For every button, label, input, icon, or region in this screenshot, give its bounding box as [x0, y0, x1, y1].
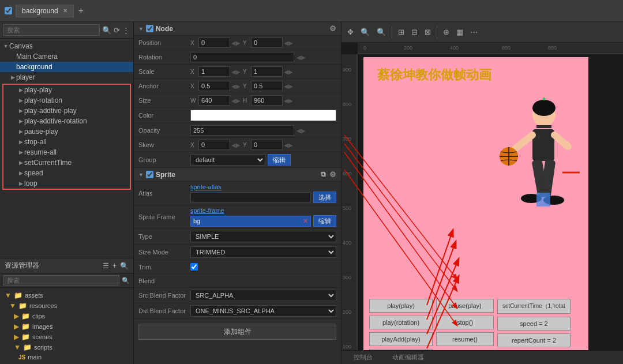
anchor-button[interactable]: ⊕ [441, 27, 452, 37]
size-w-input[interactable] [198, 95, 230, 106]
tree-item-label: Canvas [9, 42, 131, 50]
more-tools-button[interactable]: ⋯ [468, 27, 480, 37]
tab-animation-editor[interactable]: 动画编辑器 [385, 351, 431, 363]
color-label: Color [138, 112, 190, 119]
highlighted-group: ▶ play-play ▶ play-rotation ▶ play-addti… [2, 84, 131, 190]
asset-item-label: main [28, 354, 42, 361]
gear-icon[interactable]: ⚙ [329, 24, 336, 33]
sprite-copy-icon[interactable]: ⧉ [321, 170, 326, 179]
skew-x-input[interactable] [198, 140, 230, 150]
layout-button[interactable]: ▦ [454, 27, 466, 37]
hierarchy-search-input[interactable] [3, 24, 100, 36]
size-label: Size [138, 97, 190, 104]
tree-item-setCurrentTime[interactable]: ▶ setCurrentTime [3, 157, 130, 168]
asset-item-main[interactable]: JS main [0, 352, 133, 362]
tree-item-play-play[interactable]: ▶ play-play [3, 85, 130, 95]
asset-item-clips[interactable]: ▶ 📁 clips [0, 311, 133, 321]
asset-item-scripts[interactable]: ▼ 📁 scripts [0, 342, 133, 352]
asset-item-resources[interactable]: ▼ 📁 resources [0, 301, 133, 311]
tree-item-background[interactable]: background [0, 62, 133, 72]
tree-item-stop-all[interactable]: ▶ stop-all [3, 137, 130, 147]
zoom-out-button[interactable]: 🔍 [374, 27, 388, 37]
zoom-in-button[interactable]: 🔍 [358, 27, 372, 37]
asset-search-submit-icon[interactable]: 🔍 [122, 277, 130, 284]
tree-item-loop[interactable]: ▶ loop [3, 178, 130, 189]
scale-y-input[interactable] [251, 66, 283, 77]
blend-label: Blend [138, 277, 190, 284]
asset-panel-title: 资源管理器 [5, 261, 39, 271]
background-tab[interactable]: background ✕ [16, 5, 74, 17]
atlas-select-button[interactable]: 选择 [313, 192, 336, 203]
asset-list-icon[interactable]: ☰ [103, 262, 109, 270]
opacity-row: Opacity ◀▶ [134, 123, 341, 138]
node-section-checkbox[interactable] [146, 25, 153, 32]
opacity-input[interactable] [190, 125, 294, 136]
search-icon[interactable]: 🔍 [102, 26, 111, 35]
tree-item-play-rotation[interactable]: ▶ play-rotation [3, 95, 130, 106]
asset-item-images[interactable]: ▶ 📁 images [0, 321, 133, 332]
grid-button[interactable]: ⊞ [396, 27, 407, 37]
group-edit-button[interactable]: 缩辑 [268, 154, 291, 166]
size-mode-row: Size Mode TRIMMED [134, 245, 341, 260]
add-tab-button[interactable]: + [78, 6, 84, 16]
align-button[interactable]: ⊠ [422, 27, 433, 37]
y-arrow-icon: ◀▶ [284, 69, 293, 75]
gear-icon[interactable]: ⚙ [329, 170, 336, 179]
asset-search-input[interactable] [3, 275, 119, 286]
refresh-icon[interactable]: ⟳ [114, 26, 120, 35]
scale-x-input[interactable] [198, 66, 230, 77]
sprite-frame-edit-button[interactable]: 缩辑 [313, 215, 336, 227]
trim-checkbox[interactable] [190, 263, 198, 271]
arrow-icon: ▶ [17, 160, 24, 166]
size-mode-dropdown[interactable]: TRIMMED [190, 246, 336, 258]
tree-item-speed[interactable]: ▶ speed [3, 168, 130, 178]
tree-item-player[interactable]: ▶ player [0, 72, 133, 82]
asset-item-scenes[interactable]: ▶ 📁 scenes [0, 332, 133, 342]
asset-search-icon[interactable]: 🔍 [120, 262, 129, 270]
anchor-y-field: Y ◀▶ [243, 81, 293, 91]
sprite-frame-clear-icon[interactable]: ✕ [303, 217, 308, 225]
section-arrow-icon: ▼ [138, 26, 144, 32]
tree-item-play-addtive-rotation[interactable]: ▶ play-addtive-rotation [3, 116, 130, 126]
anchor-y-input[interactable] [251, 81, 283, 91]
move-tool-button[interactable]: ✥ [345, 27, 356, 37]
more-icon[interactable]: ⋮ [122, 26, 130, 35]
arrow-icon: ▶ [17, 118, 24, 124]
size-h-input[interactable] [251, 95, 283, 106]
sprite-section-checkbox[interactable] [146, 171, 153, 178]
sprite-frame-link[interactable]: sprite-frame [190, 207, 224, 214]
asset-item-assets[interactable]: ▼ 📁 assets [0, 290, 133, 301]
close-icon[interactable]: ✕ [63, 7, 67, 14]
type-dropdown[interactable]: SIMPLE [190, 231, 336, 242]
tree-item-main-camera[interactable]: Main Camera [0, 51, 133, 62]
position-y-input[interactable] [251, 37, 283, 48]
sprite-section-header[interactable]: ▼ Sprite ⧉ ⚙ [134, 168, 341, 182]
vertical-ruler: 900 800 700 600 500 400 300 200 100 0 -1… [341, 54, 358, 350]
group-dropdown[interactable]: default [190, 154, 265, 166]
tab-active-checkbox[interactable] [5, 7, 12, 14]
tree-item-canvas[interactable]: ▼ Canvas [0, 41, 133, 51]
color-swatch[interactable] [190, 110, 336, 121]
tree-item-pause-play[interactable]: ▶ pause-play [3, 126, 130, 137]
atlas-input[interactable] [190, 192, 311, 202]
tree-item-resume-all[interactable]: ▶ resume-all [3, 147, 130, 157]
atlas-link[interactable]: sprite-atlas [190, 183, 222, 190]
tab-console[interactable]: 控制台 [346, 351, 380, 363]
opacity-arrow-icon: ◀▶ [297, 127, 306, 134]
arrow-icon: ▶ [17, 129, 24, 134]
scale-value: X ◀▶ Y ◀▶ [190, 66, 336, 77]
src-blend-dropdown[interactable]: SRC_ALPHA [190, 290, 336, 301]
asset-new-icon[interactable]: + [112, 262, 117, 270]
node-section-header[interactable]: ▼ Node ⚙ [134, 22, 341, 36]
anchor-x-input[interactable] [198, 81, 230, 91]
y-label: Y [243, 142, 250, 148]
position-x-input[interactable] [198, 37, 230, 48]
add-component-button[interactable]: 添加组件 [138, 324, 336, 340]
tree-item-label: play-addtive-play [24, 107, 127, 115]
snap-button[interactable]: ⊟ [409, 27, 420, 37]
dst-blend-dropdown[interactable]: ONE_MINUS_SRC_ALPHA [190, 305, 336, 317]
rotation-input[interactable] [190, 52, 294, 62]
tree-item-play-addtive-play[interactable]: ▶ play-addtive-play [3, 106, 130, 116]
skew-y-input[interactable] [251, 140, 283, 150]
folder-icon: ▼ [14, 343, 21, 351]
